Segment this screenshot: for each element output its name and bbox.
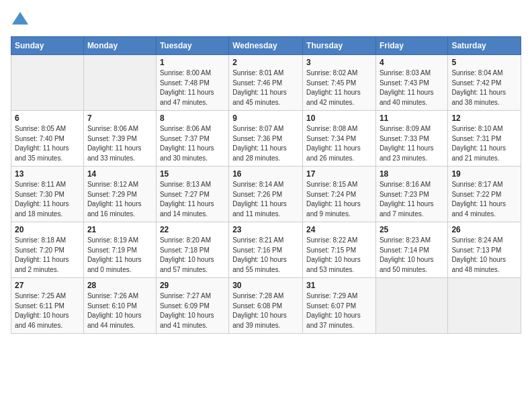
day-number: 2: [232, 58, 299, 67]
day-cell: 18Sunrise: 8:16 AM Sunset: 7:23 PM Dayli…: [375, 167, 447, 222]
day-cell: 2Sunrise: 8:01 AM Sunset: 7:46 PM Daylig…: [229, 55, 303, 111]
day-cell: 29Sunrise: 7:27 AM Sunset: 6:09 PM Dayli…: [156, 278, 228, 334]
day-info: Sunrise: 7:25 AM Sunset: 6:11 PM Dayligh…: [15, 291, 80, 330]
svg-marker-0: [12, 12, 28, 25]
day-cell: 28Sunrise: 7:26 AM Sunset: 6:10 PM Dayli…: [83, 278, 156, 334]
day-info: Sunrise: 7:26 AM Sunset: 6:10 PM Dayligh…: [87, 291, 152, 330]
day-number: 4: [380, 58, 444, 67]
day-cell: [375, 278, 447, 334]
day-number: 12: [451, 113, 517, 123]
day-cell: [11, 55, 84, 111]
day-number: 15: [160, 169, 225, 179]
day-cell: 20Sunrise: 8:18 AM Sunset: 7:20 PM Dayli…: [11, 222, 84, 278]
day-cell: [448, 278, 521, 334]
day-cell: 17Sunrise: 8:15 AM Sunset: 7:24 PM Dayli…: [303, 167, 376, 222]
day-cell: 14Sunrise: 8:12 AM Sunset: 7:29 PM Dayli…: [83, 167, 156, 222]
day-cell: 22Sunrise: 8:20 AM Sunset: 7:18 PM Dayli…: [156, 222, 228, 278]
day-info: Sunrise: 8:13 AM Sunset: 7:27 PM Dayligh…: [160, 180, 225, 219]
day-cell: 27Sunrise: 7:25 AM Sunset: 6:11 PM Dayli…: [11, 278, 84, 334]
day-info: Sunrise: 8:08 AM Sunset: 7:34 PM Dayligh…: [306, 124, 372, 163]
day-number: 8: [160, 113, 225, 123]
day-cell: 16Sunrise: 8:14 AM Sunset: 7:26 PM Dayli…: [229, 167, 303, 222]
day-number: 18: [380, 169, 444, 179]
day-number: 14: [87, 169, 152, 179]
day-info: Sunrise: 8:16 AM Sunset: 7:23 PM Dayligh…: [380, 180, 444, 219]
page-header: [11, 11, 521, 30]
day-info: Sunrise: 8:03 AM Sunset: 7:43 PM Dayligh…: [380, 68, 444, 107]
day-info: Sunrise: 8:09 AM Sunset: 7:33 PM Dayligh…: [380, 124, 444, 163]
day-info: Sunrise: 8:07 AM Sunset: 7:36 PM Dayligh…: [232, 124, 299, 163]
day-number: 7: [87, 113, 152, 123]
day-cell: 19Sunrise: 8:17 AM Sunset: 7:22 PM Dayli…: [448, 167, 521, 222]
day-number: 29: [160, 281, 225, 290]
day-cell: 3Sunrise: 8:02 AM Sunset: 7:45 PM Daylig…: [303, 55, 376, 111]
day-info: Sunrise: 8:22 AM Sunset: 7:15 PM Dayligh…: [306, 236, 372, 275]
day-number: 26: [451, 225, 517, 234]
day-info: Sunrise: 8:06 AM Sunset: 7:39 PM Dayligh…: [87, 124, 152, 163]
day-info: Sunrise: 7:28 AM Sunset: 6:08 PM Dayligh…: [232, 291, 299, 330]
day-info: Sunrise: 8:01 AM Sunset: 7:46 PM Dayligh…: [232, 68, 299, 107]
day-number: 10: [306, 113, 372, 123]
day-number: 1: [160, 58, 225, 67]
day-info: Sunrise: 8:04 AM Sunset: 7:42 PM Dayligh…: [451, 68, 517, 107]
day-cell: 15Sunrise: 8:13 AM Sunset: 7:27 PM Dayli…: [156, 167, 228, 222]
header-day: Wednesday: [229, 37, 303, 55]
header-day: Monday: [83, 37, 156, 55]
week-row: 1Sunrise: 8:00 AM Sunset: 7:48 PM Daylig…: [11, 55, 521, 111]
day-info: Sunrise: 8:00 AM Sunset: 7:48 PM Dayligh…: [160, 68, 225, 107]
calendar-table: SundayMondayTuesdayWednesdayThursdayFrid…: [11, 36, 521, 334]
day-cell: [83, 55, 156, 111]
day-cell: 9Sunrise: 8:07 AM Sunset: 7:36 PM Daylig…: [229, 111, 303, 167]
day-cell: 25Sunrise: 8:23 AM Sunset: 7:14 PM Dayli…: [375, 222, 447, 278]
day-cell: 31Sunrise: 7:29 AM Sunset: 6:07 PM Dayli…: [303, 278, 376, 334]
day-number: 19: [451, 169, 517, 179]
header-day: Tuesday: [156, 37, 228, 55]
day-info: Sunrise: 8:18 AM Sunset: 7:20 PM Dayligh…: [15, 236, 80, 275]
day-info: Sunrise: 8:05 AM Sunset: 7:40 PM Dayligh…: [15, 124, 80, 163]
day-info: Sunrise: 8:24 AM Sunset: 7:13 PM Dayligh…: [451, 236, 517, 275]
day-info: Sunrise: 8:17 AM Sunset: 7:22 PM Dayligh…: [451, 180, 517, 219]
day-info: Sunrise: 8:21 AM Sunset: 7:16 PM Dayligh…: [232, 236, 299, 275]
day-cell: 30Sunrise: 7:28 AM Sunset: 6:08 PM Dayli…: [229, 278, 303, 334]
week-row: 20Sunrise: 8:18 AM Sunset: 7:20 PM Dayli…: [11, 222, 521, 278]
day-cell: 13Sunrise: 8:11 AM Sunset: 7:30 PM Dayli…: [11, 167, 84, 222]
day-info: Sunrise: 8:12 AM Sunset: 7:29 PM Dayligh…: [87, 180, 152, 219]
day-info: Sunrise: 7:29 AM Sunset: 6:07 PM Dayligh…: [306, 291, 372, 330]
day-info: Sunrise: 8:14 AM Sunset: 7:26 PM Dayligh…: [232, 180, 299, 219]
day-cell: 12Sunrise: 8:10 AM Sunset: 7:31 PM Dayli…: [448, 111, 521, 167]
day-number: 3: [306, 58, 372, 67]
day-cell: 24Sunrise: 8:22 AM Sunset: 7:15 PM Dayli…: [303, 222, 376, 278]
day-info: Sunrise: 7:27 AM Sunset: 6:09 PM Dayligh…: [160, 291, 225, 330]
header-day: Saturday: [448, 37, 521, 55]
day-number: 21: [87, 225, 152, 234]
day-number: 31: [306, 281, 372, 290]
day-info: Sunrise: 8:19 AM Sunset: 7:19 PM Dayligh…: [87, 236, 152, 275]
day-number: 9: [232, 113, 299, 123]
day-info: Sunrise: 8:10 AM Sunset: 7:31 PM Dayligh…: [451, 124, 517, 163]
week-row: 6Sunrise: 8:05 AM Sunset: 7:40 PM Daylig…: [11, 111, 521, 167]
day-number: 24: [306, 225, 372, 234]
day-cell: 8Sunrise: 8:06 AM Sunset: 7:37 PM Daylig…: [156, 111, 228, 167]
day-info: Sunrise: 8:23 AM Sunset: 7:14 PM Dayligh…: [380, 236, 444, 275]
header-row: SundayMondayTuesdayWednesdayThursdayFrid…: [11, 37, 521, 55]
day-number: 27: [15, 281, 80, 290]
day-number: 16: [232, 169, 299, 179]
day-cell: 26Sunrise: 8:24 AM Sunset: 7:13 PM Dayli…: [448, 222, 521, 278]
day-cell: 6Sunrise: 8:05 AM Sunset: 7:40 PM Daylig…: [11, 111, 84, 167]
day-cell: 1Sunrise: 8:00 AM Sunset: 7:48 PM Daylig…: [156, 55, 228, 111]
day-number: 13: [15, 169, 80, 179]
day-number: 5: [451, 58, 517, 67]
day-info: Sunrise: 8:02 AM Sunset: 7:45 PM Dayligh…: [306, 68, 372, 107]
day-cell: 4Sunrise: 8:03 AM Sunset: 7:43 PM Daylig…: [375, 55, 447, 111]
day-cell: 10Sunrise: 8:08 AM Sunset: 7:34 PM Dayli…: [303, 111, 376, 167]
day-cell: 5Sunrise: 8:04 AM Sunset: 7:42 PM Daylig…: [448, 55, 521, 111]
day-number: 6: [15, 113, 80, 123]
day-info: Sunrise: 8:11 AM Sunset: 7:30 PM Dayligh…: [15, 180, 80, 219]
day-number: 25: [380, 225, 444, 234]
header-day: Friday: [375, 37, 447, 55]
day-cell: 21Sunrise: 8:19 AM Sunset: 7:19 PM Dayli…: [83, 222, 156, 278]
day-info: Sunrise: 8:06 AM Sunset: 7:37 PM Dayligh…: [160, 124, 225, 163]
day-number: 28: [87, 281, 152, 290]
logo: [11, 11, 32, 30]
logo-icon: [11, 11, 30, 30]
